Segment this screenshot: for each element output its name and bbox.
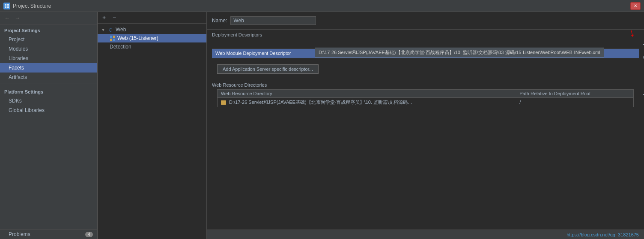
expand-icon: ▼ [101,27,105,32]
main-content: ← → Project Settings Project Modules Lib… [0,12,644,239]
add-descriptor-button[interactable]: Add Application Server specific descript… [217,64,319,74]
tree-node-web-listener[interactable]: Web (15-Listener) [98,34,206,42]
sidebar: ← → Project Settings Project Modules Lib… [0,12,98,239]
edit-icon[interactable]: ✎ [642,55,644,61]
status-link[interactable]: https://blog.csdn.net/qq_31821675 [566,232,639,237]
sidebar-item-modules[interactable]: Modules [0,44,97,54]
svg-rect-0 [5,4,6,6]
app-icon [3,3,10,9]
tree-items: ▼ ⬡ Web Web (15-Listener) Detection [98,24,206,239]
sidebar-item-libraries[interactable]: Libraries [0,54,97,63]
add-descriptor-btn-wrapper: Add Application Server specific descript… [212,61,639,77]
svg-rect-5 [113,36,115,38]
tree-node-web-label: Web [116,27,126,33]
resource-table-wrapper: Web Resource Directory Path Relative to … [212,89,639,107]
right-panel: Name: Deployment Descriptors ↓ D:\17-26 … [207,12,644,239]
svg-rect-2 [5,6,6,8]
svg-rect-4 [110,36,112,38]
forward-button[interactable]: → [14,15,21,21]
name-label: Name: [212,18,227,24]
sidebar-item-global-libraries[interactable]: Global Libraries [0,106,97,115]
project-settings-header: Project Settings [0,24,97,35]
platform-settings-header: Platform Settings [0,86,97,96]
resource-header-row: Web Resource Directory Path Relative to … [218,89,634,97]
resource-table: Web Resource Directory Path Relative to … [217,89,634,107]
resource-col-dir: Web Resource Directory [218,89,516,97]
tree-panel: + − ▼ ⬡ Web Web (15-Liste [98,12,207,239]
resource-row-0[interactable]: D:\17-26 Servlet和JSP(JAVAEE基础)【北京尚学堂·百战程… [218,97,634,107]
web-resource-dir-label: Web Resource Directories [207,80,644,89]
web-icon: ⬡ [108,27,114,33]
right-panel-inner: Deployment Descriptors ↓ D:\17-26 Servle… [207,30,644,230]
svg-rect-1 [7,4,9,6]
remove-tree-button[interactable]: − [110,14,118,21]
problems-label: Problems [9,231,30,237]
svg-rect-6 [110,39,112,41]
add-resource-icon[interactable]: + [643,91,644,99]
tree-node-web[interactable]: ▼ ⬡ Web [98,25,206,34]
status-bar: https://blog.csdn.net/qq_31821675 [207,230,644,239]
table-row-empty [212,39,639,48]
problems-badge: 4 [85,232,93,237]
sidebar-divider [0,84,97,84]
tree-toolbar: + − [98,12,206,24]
close-button[interactable]: ✕ [630,2,641,10]
name-input[interactable] [230,16,316,25]
deployment-descriptors-label: Deployment Descriptors [207,30,644,39]
sidebar-item-facets[interactable]: Facets [0,63,97,73]
nav-arrows: ← → [0,12,97,24]
back-button[interactable]: ← [3,15,11,21]
resource-col-path: Path Relative to Deployment Root [516,89,633,97]
resource-dir-cell: D:\17-26 Servlet和JSP(JAVAEE基础)【北京尚学堂·百战程… [218,97,516,107]
desc-container: ↓ D:\17-26 Servlet和JSP(JAVAEE基础)【北京尚学堂·百… [212,39,639,58]
tree-detection[interactable]: Detection [98,42,206,51]
problems-row[interactable]: Problems 4 [0,229,97,239]
name-row: Name: [207,12,644,30]
title-bar: Project Structure ✕ [0,0,644,12]
tree-node-listener-label: Web (15-Listener) [117,35,158,41]
tooltip-popup: D:\17-26 Servlet和JSP(JAVAEE基础)【北京尚学堂·百战程… [315,48,604,57]
resource-path-cell: / [516,97,633,107]
facet-icon [110,35,116,41]
sidebar-item-project[interactable]: Project [0,35,97,44]
add-tree-button[interactable]: + [100,14,108,21]
sidebar-item-sdks[interactable]: SDKs [0,96,97,106]
window-title: Project Structure [13,3,51,9]
svg-rect-3 [7,6,9,8]
title-bar-left: Project Structure [3,3,51,9]
svg-rect-7 [113,39,115,41]
folder-icon [221,100,226,105]
sidebar-item-artifacts[interactable]: Artifacts [0,73,97,82]
add-desc-icon[interactable]: + [643,41,644,48]
